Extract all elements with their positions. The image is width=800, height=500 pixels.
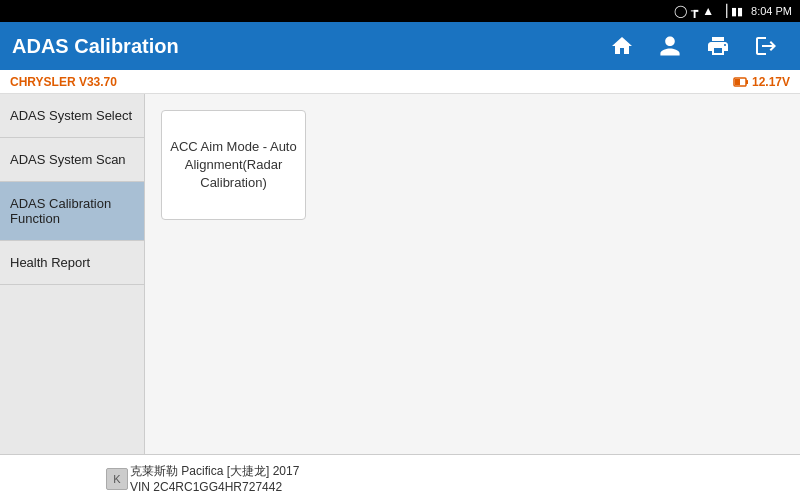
sidebar-item-health-report[interactable]: Health Report [0, 241, 144, 285]
wifi-icon: ▲ [702, 4, 714, 18]
print-button[interactable] [696, 26, 740, 66]
sidebar-item-adas-system-select[interactable]: ADAS System Select [0, 94, 144, 138]
battery-icon: ▮▮ [731, 5, 743, 18]
person-button[interactable] [648, 26, 692, 66]
signal-icon: ▕ [718, 4, 727, 18]
header: ADAS Calibration [0, 22, 800, 70]
collapse-button[interactable]: K [106, 468, 128, 490]
bottom-info-bar: K 克莱斯勒 Pacifica [大捷龙] 2017 VIN 2C4RC1GG4… [0, 454, 800, 500]
status-bar: ◯ ┲ ▲ ▕ ▮▮ 8:04 PM [0, 0, 800, 22]
status-icons: ◯ ┲ ▲ ▕ ▮▮ 8:04 PM [674, 4, 792, 18]
vehicle-info: 克莱斯勒 Pacifica [大捷龙] 2017 VIN 2C4RC1GG4HR… [130, 463, 299, 494]
sidebar: ADAS System Select ADAS System Scan ADAS… [0, 94, 145, 454]
home-button[interactable] [600, 26, 644, 66]
exit-button[interactable] [744, 26, 788, 66]
acc-aim-mode-card[interactable]: ACC Aim Mode - Auto Alignment(Radar Cali… [161, 110, 306, 220]
svg-rect-1 [746, 80, 748, 84]
sidebar-item-adas-system-scan[interactable]: ADAS System Scan [0, 138, 144, 182]
vehicle-info-line2: VIN 2C4RC1GG4HR727442 [130, 480, 299, 494]
battery-warning-icon [733, 76, 749, 88]
gps-icon: ◯ [674, 4, 687, 18]
status-time: 8:04 PM [751, 5, 792, 17]
sidebar-item-adas-calibration-function[interactable]: ADAS Calibration Function [0, 182, 144, 241]
vehicle-info-line1: 克莱斯勒 Pacifica [大捷龙] 2017 [130, 463, 299, 480]
content-area: ACC Aim Mode - Auto Alignment(Radar Cali… [145, 94, 800, 454]
svg-rect-2 [735, 79, 740, 85]
voltage-label: 12.17V [733, 75, 790, 89]
header-icons [600, 26, 788, 66]
vehicle-label: CHRYSLER V33.70 [10, 75, 117, 89]
main-content: ADAS System Select ADAS System Scan ADAS… [0, 94, 800, 454]
header-title: ADAS Calibration [12, 35, 179, 58]
subheader: CHRYSLER V33.70 12.17V [0, 70, 800, 94]
bluetooth-icon: ┲ [691, 4, 698, 18]
